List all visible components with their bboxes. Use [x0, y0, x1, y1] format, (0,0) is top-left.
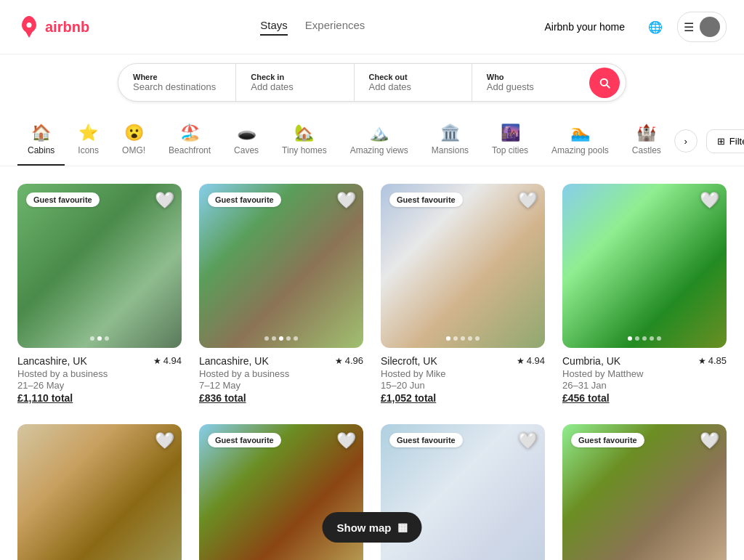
image-dot	[453, 336, 458, 341]
listing-price: £456 total	[562, 392, 727, 404]
airbnb-home-button[interactable]: Airbnb your home	[535, 15, 634, 38]
checkout-input[interactable]: Add dates	[369, 81, 457, 92]
listing-image: 🤍	[562, 184, 727, 348]
who-section[interactable]: Who Add guests	[472, 64, 589, 101]
category-icon-amazing-views: 🏔️	[369, 125, 389, 141]
listing-card[interactable]: 🤍 Cumbria, UK ★4.85 Hosted by Matthew 26…	[562, 184, 727, 407]
who-input[interactable]: Add guests	[487, 81, 575, 92]
guest-favourite-badge: Guest favourite	[26, 192, 100, 207]
filters-button[interactable]: ⊞ Filters	[706, 129, 744, 153]
airbnb-logo-icon	[17, 15, 41, 38]
listing-header: Lancashire, UK ★4.94	[17, 355, 182, 367]
search-icon	[599, 77, 610, 89]
category-icon-icons: ⭐	[78, 125, 98, 141]
category-item-castles[interactable]: 🏰 Castles	[622, 116, 671, 166]
image-dot	[90, 336, 94, 341]
listing-rating: ★4.85	[698, 355, 727, 366]
listing-price: £1,052 total	[381, 392, 545, 404]
image-dot	[650, 336, 654, 341]
wishlist-button[interactable]: 🤍	[700, 431, 719, 450]
listing-host: Hosted by a business	[17, 368, 182, 379]
image-dot	[635, 336, 639, 341]
category-item-beachfront[interactable]: 🏖️ Beachfront	[158, 116, 221, 166]
filters-label: Filters	[729, 136, 744, 147]
where-input[interactable]: Search destinations	[133, 81, 221, 92]
category-item-amazing-views[interactable]: 🏔️ Amazing views	[340, 116, 418, 166]
image-dot	[642, 336, 647, 341]
category-icon-beachfront: 🏖️	[180, 125, 200, 141]
category-item-mansions[interactable]: 🏛️ Mansions	[421, 116, 479, 166]
checkout-section[interactable]: Check out Add dates	[355, 64, 472, 101]
listings-grid: Guest favourite 🤍 Lancashire, UK ★4.94 H…	[0, 166, 744, 560]
nav-stays[interactable]: Stays	[260, 19, 288, 36]
wishlist-button[interactable]: 🤍	[155, 431, 174, 450]
image-dots	[264, 336, 298, 341]
category-icon-top-cities: 🌆	[501, 125, 520, 141]
listing-card[interactable]: Guest favourite 🤍 Lancashire, UK ★4.96 H…	[199, 184, 363, 407]
listing-rating: ★4.94	[153, 355, 182, 366]
wishlist-button[interactable]: 🤍	[518, 191, 538, 210]
who-label: Who	[487, 73, 575, 81]
category-item-amazing-pools[interactable]: 🏊 Amazing pools	[541, 116, 619, 166]
nav-experiences[interactable]: Experiences	[305, 19, 365, 36]
image-dot	[628, 336, 632, 341]
listing-header: Lancashire, UK ★4.96	[199, 355, 363, 367]
hamburger-icon: ☰	[684, 20, 694, 34]
category-nav-arrow[interactable]: ›	[674, 129, 698, 153]
logo-text: airbnb	[45, 19, 89, 36]
listing-card[interactable]: Guest favourite 🤍 Silecroft, UK ★4.94 Ho…	[381, 184, 545, 407]
listing-header: Cumbria, UK ★4.85	[562, 355, 727, 367]
listing-image: 🤍	[17, 424, 182, 560]
category-item-omg[interactable]: 😮 OMG!	[112, 116, 155, 166]
image-dot	[286, 336, 291, 341]
category-item-caves[interactable]: 🕳️ Caves	[224, 116, 269, 166]
category-label-amazing-views: Amazing views	[350, 145, 408, 155]
checkin-input[interactable]: Add dates	[251, 81, 339, 92]
globe-icon[interactable]: 🌐	[642, 15, 668, 40]
category-label-icons: Icons	[78, 145, 99, 155]
category-label-caves: Caves	[234, 145, 259, 155]
category-item-cabins[interactable]: 🏠 Cabins	[17, 116, 65, 166]
search-button[interactable]	[589, 68, 620, 98]
listing-rating: ★4.94	[517, 355, 545, 366]
wishlist-button[interactable]: 🤍	[336, 191, 356, 210]
category-icon-cabins: 🏠	[31, 125, 51, 141]
listing-location: Lancashire, UK	[17, 355, 87, 367]
listing-info: Lancashire, UK ★4.94 Hosted by a busines…	[17, 348, 182, 407]
user-menu[interactable]: ☰	[677, 12, 727, 42]
guest-favourite-badge: Guest favourite	[389, 192, 463, 207]
guest-favourite-badge: Guest favourite	[571, 433, 644, 447]
wishlist-button[interactable]: 🤍	[700, 191, 719, 210]
checkin-section[interactable]: Check in Add dates	[236, 64, 354, 101]
listing-card[interactable]: Guest favourite 🤍 Lancashire, UK ★4.94 H…	[17, 184, 182, 407]
wishlist-button[interactable]: 🤍	[518, 431, 538, 450]
image-dot	[461, 336, 465, 341]
show-map-label: Show map	[336, 522, 391, 534]
image-dot	[294, 336, 298, 341]
wishlist-button[interactable]: 🤍	[336, 431, 356, 450]
guest-favourite-badge: Guest favourite	[208, 433, 281, 447]
star-icon: ★	[153, 356, 161, 366]
wishlist-button[interactable]: 🤍	[155, 191, 174, 210]
category-item-icons[interactable]: ⭐ Icons	[68, 116, 109, 166]
image-dot	[279, 336, 283, 341]
guest-favourite-badge: Guest favourite	[208, 192, 281, 207]
listing-header: Silecroft, UK ★4.94	[381, 355, 545, 367]
listing-location: Silecroft, UK	[381, 355, 437, 367]
category-icon-omg: 😮	[124, 125, 144, 141]
listing-card[interactable]: Guest favourite 🤍	[562, 424, 727, 560]
logo[interactable]: airbnb	[17, 15, 89, 38]
listing-image: Guest favourite 🤍	[562, 424, 727, 560]
category-label-cabins: Cabins	[28, 145, 54, 155]
where-section[interactable]: Where Search destinations	[118, 64, 236, 101]
main-nav: Stays Experiences	[260, 19, 365, 36]
category-label-top-cities: Top cities	[492, 145, 528, 155]
show-map-container: Show map ▦	[322, 512, 421, 543]
listing-card[interactable]: 🤍	[17, 424, 182, 560]
category-item-top-cities[interactable]: 🌆 Top cities	[482, 116, 538, 166]
image-dot	[468, 336, 472, 341]
show-map-button[interactable]: Show map ▦	[322, 512, 421, 543]
category-item-tiny-homes[interactable]: 🏡 Tiny homes	[272, 116, 337, 166]
star-icon: ★	[698, 356, 706, 366]
listing-price: £836 total	[199, 392, 363, 404]
